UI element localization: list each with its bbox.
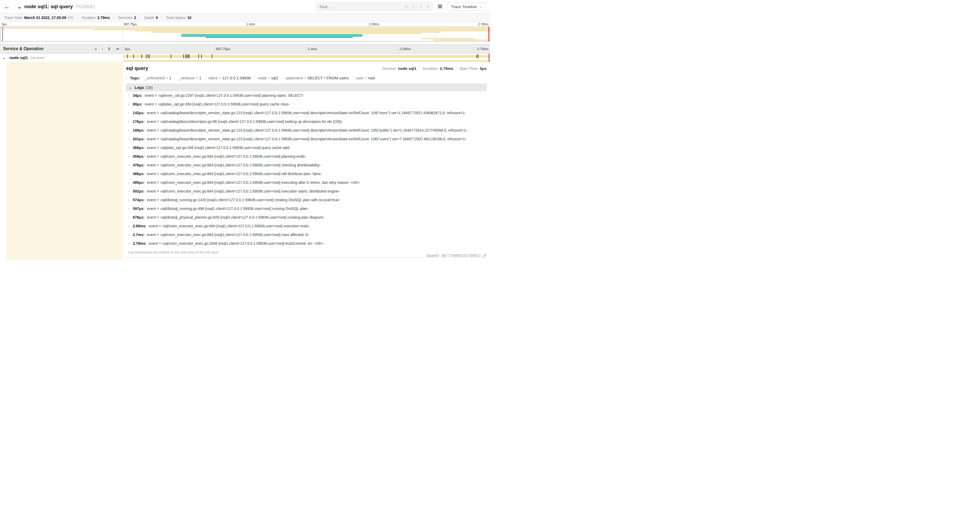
log-row[interactable]: ›34μs:event = ‹sql/exec_util.go:2297 [ns… xyxy=(126,91,487,100)
log-row[interactable]: ›201μs:event = ‹sql/catalog/lease/descri… xyxy=(126,135,487,144)
expand-one-icon[interactable]: › xyxy=(102,47,103,51)
log-row[interactable]: ›678μs:event = ‹sql/distsql_physical_pla… xyxy=(126,213,487,222)
chevron-right-icon: › xyxy=(128,163,133,167)
log-timestamp: 34μs: xyxy=(133,93,143,97)
summary-separator xyxy=(162,16,162,19)
trace-collapse-chevron-icon[interactable]: ⌄ xyxy=(18,4,22,10)
tag-value: 1 xyxy=(199,76,201,80)
trace-minimap[interactable] xyxy=(0,27,490,42)
log-marker[interactable] xyxy=(186,54,187,58)
chevron-down-icon: ⌄ xyxy=(129,85,132,89)
prev-result-icon[interactable]: ∧ xyxy=(412,4,415,9)
link-icon[interactable] xyxy=(482,254,486,258)
log-row[interactable]: ›486μs:event = ‹sql/conn_executor_exec.g… xyxy=(126,169,487,178)
span-row[interactable]: ⌄ node sql1 sql query xyxy=(0,54,490,62)
log-rows: ›34μs:event = ‹sql/exec_util.go:2297 [ns… xyxy=(126,91,487,248)
find-box: ⊕ ∧ ∨ ✕ xyxy=(316,2,433,11)
tag-key: node xyxy=(258,76,267,80)
log-marker[interactable] xyxy=(212,54,212,58)
log-event-text: event = ‹sql/conn_executor_exec.go:684 [… xyxy=(147,154,305,158)
tag-equals: = xyxy=(165,76,169,80)
clear-find-icon[interactable]: ✕ xyxy=(426,4,430,9)
log-row[interactable]: ›142μs:event = ‹sql/catalog/lease/descri… xyxy=(126,109,487,117)
log-event-text: event = ‹sql/catalog/lease/descriptor_ve… xyxy=(147,111,466,115)
tick-label: 1.4ms xyxy=(246,22,255,26)
span-duration-bar[interactable] xyxy=(123,55,490,57)
gridline xyxy=(307,44,307,53)
trace-title: node sql1: sql query xyxy=(24,4,73,10)
chevron-right-icon: › xyxy=(128,233,133,237)
log-marker[interactable] xyxy=(189,54,189,58)
log-row[interactable]: ›2.69ms:event = ‹sql/conn_executor_exec.… xyxy=(126,222,487,230)
chevron-right-icon: › xyxy=(126,76,127,80)
minimap-tick-labels: 0μs697.75μs1.4ms2.09ms2.79ms xyxy=(0,22,490,26)
minimap-span xyxy=(181,35,362,37)
tag-separator xyxy=(254,76,255,80)
keyboard-shortcuts-button[interactable]: ⌘ xyxy=(436,3,444,10)
tags-label: Tags: xyxy=(130,76,140,80)
back-button[interactable]: ← xyxy=(0,3,14,10)
next-result-icon[interactable]: ∨ xyxy=(419,4,422,9)
log-row[interactable]: ›2.79ms:event = ‹sql/conn_executor_exec.… xyxy=(126,239,487,248)
log-row[interactable]: ›495μs:event = ‹sql/conn_executor_exec.g… xyxy=(126,178,487,187)
tag-separator xyxy=(282,76,282,80)
log-event-text: event = ‹sql/conn_executor_exec.go:684 [… xyxy=(147,180,360,185)
minimap-left-scrubber[interactable] xyxy=(2,27,3,41)
chevron-down-icon: ⌄ xyxy=(479,5,482,9)
log-marker[interactable] xyxy=(148,54,148,58)
tag-item: statement = SELECT * FROM users xyxy=(286,76,349,80)
log-marker[interactable] xyxy=(198,54,199,58)
minimap-end-marker[interactable] xyxy=(488,27,489,41)
log-timestamp: 476μs: xyxy=(133,163,144,167)
log-marker[interactable] xyxy=(149,54,150,58)
log-marker[interactable] xyxy=(183,54,184,58)
log-marker[interactable] xyxy=(146,54,146,58)
log-marker[interactable] xyxy=(133,54,134,58)
chevron-right-icon: › xyxy=(128,120,133,124)
log-timestamp: 678μs: xyxy=(133,215,144,219)
log-row[interactable]: ›2.7ms:event = ‹sql/conn_executor_exec.g… xyxy=(126,230,487,239)
tag-item: _unfinished = 1 xyxy=(144,76,171,80)
log-marker[interactable] xyxy=(142,54,142,58)
log-row[interactable]: ›80μs:event = ‹sql/plan_opt.go:358 [nsql… xyxy=(126,100,487,109)
view-dropdown-button[interactable]: Trace Timeline ⌄ xyxy=(447,2,486,11)
span-bar-canvas[interactable] xyxy=(123,54,490,62)
log-row[interactable]: ›189μs:event = ‹sql/catalog/lease/descri… xyxy=(126,126,487,135)
log-marker[interactable] xyxy=(201,54,202,58)
log-row[interactable]: ›502μs:event = ‹sql/conn_executor_exec.g… xyxy=(126,187,487,196)
collapse-all-icon[interactable]: ≫ xyxy=(107,47,111,51)
logs-section: ⌄ Logs (18) ›34μs:event = ‹sql/exec_util… xyxy=(126,84,487,254)
expand-all-icon[interactable]: ≫ xyxy=(116,47,119,51)
tags-row[interactable]: › Tags: _unfinished = 1_verbose = 1clien… xyxy=(126,76,487,80)
log-row[interactable]: ›574μs:event = ‹sql/distsql_running.go:1… xyxy=(126,196,487,204)
log-event-text: event = ‹sql/distsql_physical_planner.go… xyxy=(147,215,324,219)
log-marker[interactable] xyxy=(478,54,479,58)
log-event-text: event = ‹sql/conn_executor_exec.go:684 [… xyxy=(149,224,310,228)
collapse-one-icon[interactable]: ∨ xyxy=(95,47,97,51)
tick-label: 2.09ms xyxy=(369,22,379,26)
summary-label: Depth xyxy=(144,16,154,20)
tag-key: _unfinished xyxy=(144,76,165,80)
log-marker[interactable] xyxy=(477,54,477,58)
span-row-label[interactable]: ⌄ node sql1 sql query xyxy=(0,54,123,62)
span-operation-name: sql query xyxy=(30,56,45,60)
find-input[interactable] xyxy=(319,4,405,9)
log-marker[interactable] xyxy=(127,54,128,58)
span-id-value: 4877749850101760812 xyxy=(442,254,480,258)
log-row[interactable]: ›459μs:event = ‹sql/conn_executor_exec.g… xyxy=(126,152,487,161)
find-focus-icon[interactable]: ⊕ xyxy=(405,4,408,9)
tag-key: user xyxy=(356,76,364,80)
find-controls: ⊕ ∧ ∨ ✕ xyxy=(405,4,430,9)
logs-header[interactable]: ⌄ Logs (18) xyxy=(126,84,487,91)
collapse-span-chevron-icon[interactable]: ⌄ xyxy=(3,56,6,60)
log-marker[interactable] xyxy=(188,54,188,58)
summary-label: Total Spans xyxy=(166,16,186,20)
tag-equals: = xyxy=(195,76,199,80)
log-row[interactable]: ›176μs:event = ‹sql/catalog/descs/descri… xyxy=(126,117,487,126)
log-marker[interactable] xyxy=(171,54,171,58)
log-row[interactable]: ›597μs:event = ‹sql/distsql_running.go:4… xyxy=(126,204,487,213)
log-marker[interactable] xyxy=(186,54,186,58)
log-row[interactable]: ›366μs:event = ‹sql/plan_opt.go:358 [nsq… xyxy=(126,144,487,152)
log-row[interactable]: ›476μs:event = ‹sql/conn_executor_exec.g… xyxy=(126,161,487,169)
minimap-span xyxy=(135,30,490,31)
